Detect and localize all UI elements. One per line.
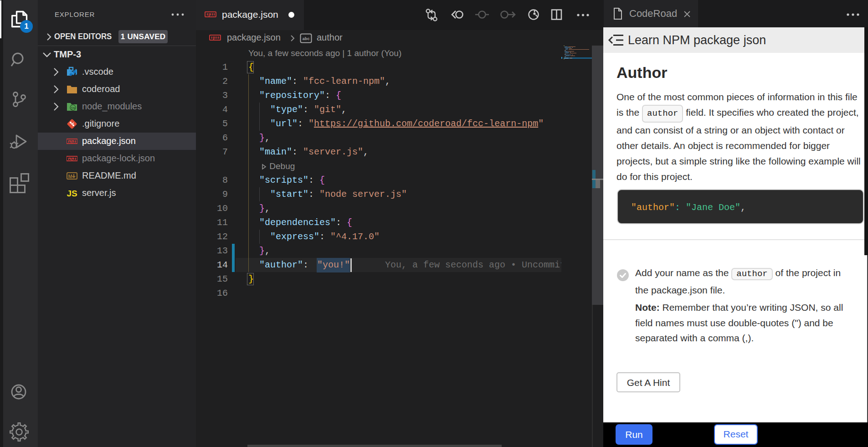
svg-text:JS: JS <box>67 189 77 198</box>
svg-text:js: js <box>71 106 75 110</box>
svg-text:M: M <box>68 174 72 179</box>
